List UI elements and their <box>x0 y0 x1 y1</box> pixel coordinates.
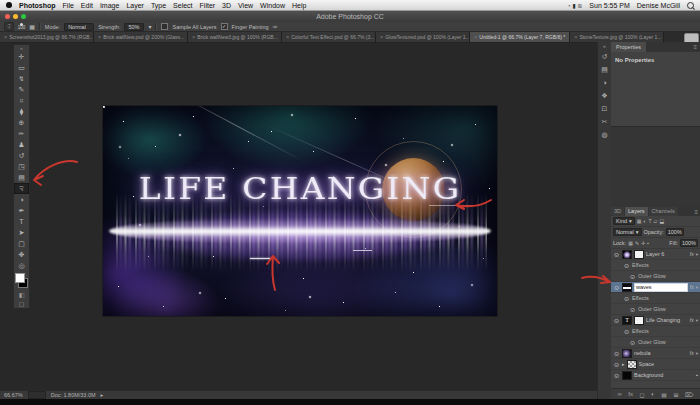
history-panel-icon[interactable]: ↺ <box>599 50 611 63</box>
minimize-window-button[interactable] <box>13 14 18 19</box>
visibility-eye-icon[interactable]: ⊙ <box>623 262 630 269</box>
add-mask-icon[interactable]: ◻ <box>640 391 645 398</box>
group-expand-icon[interactable]: ▸ <box>622 361 625 367</box>
fx-badge[interactable]: fx <box>690 317 694 323</box>
clone-source-panel-icon[interactable]: ⊡ <box>599 102 611 115</box>
outer-glow-row[interactable]: ⊙ Outer Glow <box>611 337 700 348</box>
layer-mask-thumbnail[interactable] <box>634 316 644 325</box>
pressure-toggle-icon[interactable]: ✑ <box>273 23 278 30</box>
tab-brick-wallnew3[interactable]: × Brick wallNew3.jpg @ 100% (RGB... <box>188 32 282 42</box>
move-tool[interactable]: ✛ <box>14 51 29 62</box>
visibility-eye-icon[interactable]: ⊙ <box>613 361 620 368</box>
fill-field[interactable]: 100% <box>680 239 698 247</box>
tab-close-icon[interactable]: × <box>286 34 289 40</box>
sample-all-layers-checkbox[interactable] <box>161 23 168 30</box>
menu-select[interactable]: Select <box>173 2 192 9</box>
lock-transparency-icon[interactable]: ▦ <box>628 240 633 246</box>
zoom-percentage-field[interactable]: 66.67% <box>4 392 23 398</box>
group-folder-icon[interactable] <box>627 360 637 369</box>
smudge-tool-selected[interactable]: ☟ <box>14 183 29 194</box>
tab-brick-wallnew[interactable]: × Brick wallNew.psd @ 200% (Glass... <box>94 32 188 42</box>
shape-tool[interactable]: ▢ <box>14 238 29 249</box>
menu-filter[interactable]: Filter <box>200 2 216 9</box>
opacity-field[interactable]: 100% <box>666 228 684 236</box>
quick-mask-button[interactable]: ◧ <box>14 290 29 299</box>
kind-filter-dropdown[interactable]: Kind ▾ <box>613 217 635 225</box>
hand-tool[interactable]: ✥ <box>14 249 29 260</box>
layer-name-edit-field[interactable]: waves <box>634 283 688 292</box>
foreground-color-swatch[interactable] <box>15 273 25 283</box>
dock-collapse-icon[interactable]: » <box>603 42 606 50</box>
styles-panel-icon[interactable]: ❖ <box>599 89 611 102</box>
layer-mask-thumbnail[interactable] <box>634 250 644 259</box>
brush-tool[interactable]: ✏ <box>14 128 29 139</box>
menu-file[interactable]: File <box>63 2 74 9</box>
layer-name[interactable]: Life Changing <box>646 317 688 323</box>
adjustment-layer-icon[interactable]: ◐ <box>651 391 655 397</box>
layer-row-waves-selected[interactable]: ⊙ waves fx ▾ <box>611 282 700 293</box>
filter-type-layers-icon[interactable]: T <box>649 218 652 224</box>
fx-collapse-icon[interactable]: ▾ <box>696 285 698 290</box>
delete-layer-icon[interactable]: ⌦ <box>685 391 693 398</box>
visibility-eye-icon[interactable]: ⊙ <box>613 317 620 324</box>
color-swatches[interactable] <box>14 273 29 288</box>
healing-brush-tool[interactable]: ⊕ <box>14 117 29 128</box>
status-field[interactable] <box>28 391 46 399</box>
visibility-eye-icon[interactable]: ⊙ <box>613 251 620 258</box>
visibility-eye-icon[interactable]: ⊙ <box>629 339 636 346</box>
tab-screenshot2013[interactable]: × Screenshot2013.jpg @ 66.7% (RGB... <box>0 32 94 42</box>
layer-row-life-changing[interactable]: ⊙ T Life Changing fx ▾ <box>611 315 700 326</box>
lock-all-icon[interactable]: ▪ <box>647 240 649 246</box>
brush-settings-panel-icon[interactable]: ◍ <box>599 128 611 141</box>
filter-pixel-layers-icon[interactable]: ▦ <box>637 218 642 224</box>
menu-view[interactable]: View <box>238 2 253 9</box>
new-group-icon[interactable]: ▤ <box>661 391 667 398</box>
menu-type[interactable]: Type <box>151 2 166 9</box>
tab-glowtextured[interactable]: × GlowTextured.psd @ 100% (Layer 1... <box>376 32 470 42</box>
layer-row-nebula[interactable]: ⊙ nebula fx ▾ <box>611 348 700 359</box>
marquee-tool[interactable]: ▭ <box>14 62 29 73</box>
visibility-eye-icon[interactable]: ⊙ <box>623 328 630 335</box>
layer-thumbnail[interactable] <box>622 371 632 380</box>
menubar-status-icons[interactable]: ◔ ▮ ≋ <box>567 2 582 9</box>
visibility-eye-icon[interactable]: ⊙ <box>629 306 636 313</box>
strength-field[interactable]: 50% <box>124 23 144 31</box>
visibility-eye-icon[interactable]: ⊙ <box>613 350 620 357</box>
layer-name[interactable]: Layer 6 <box>646 251 688 257</box>
menu-3d[interactable]: 3D <box>222 2 231 9</box>
panel-menu-icon[interactable]: ≡ <box>694 209 700 215</box>
tab-close-icon[interactable]: × <box>380 34 383 40</box>
dodge-tool[interactable]: ◑ <box>14 194 29 205</box>
layer-name[interactable]: Background <box>634 372 694 378</box>
fx-collapse-icon[interactable]: ▾ <box>696 351 698 356</box>
visibility-eye-icon[interactable]: ⊙ <box>629 273 636 280</box>
tab-close-icon[interactable]: × <box>4 34 7 40</box>
blend-mode-dropdown[interactable]: Normal ▾ <box>613 228 642 236</box>
clone-stamp-tool[interactable]: ♟ <box>14 139 29 150</box>
lock-pixels-icon[interactable]: ✎ <box>635 240 639 246</box>
tab-channels[interactable]: Channels <box>649 207 678 216</box>
quick-selection-tool[interactable]: ✎ <box>14 84 29 95</box>
fx-badge[interactable]: fx <box>690 251 694 257</box>
menubar-clock[interactable]: Sun 5:55 PM <box>589 2 629 9</box>
menu-image[interactable]: Image <box>100 2 119 9</box>
fx-collapse-icon[interactable]: ▾ <box>696 252 698 257</box>
document-canvas[interactable]: LIFE CHANGING <box>103 106 497 316</box>
filter-smart-objects-icon[interactable]: ⬓ <box>659 218 664 224</box>
spotlight-icon[interactable] <box>687 2 694 9</box>
fx-badge[interactable]: fx <box>690 284 694 290</box>
type-tool[interactable]: T <box>14 216 29 227</box>
visibility-eye-icon[interactable]: ⊙ <box>613 284 620 291</box>
layer-row-layer6[interactable]: ⊙ Layer 6 fx ▾ <box>611 249 700 260</box>
tab-close-icon[interactable]: × <box>98 34 101 40</box>
new-layer-icon[interactable]: ⊞ <box>673 391 678 398</box>
pen-tool[interactable]: ✒ <box>14 205 29 216</box>
menu-help[interactable]: Help <box>292 2 306 9</box>
smudge-tool-preset-icon[interactable]: ☟ <box>4 22 14 31</box>
effects-row[interactable]: ⊙ Effects <box>611 326 700 337</box>
layer-thumbnail[interactable] <box>622 283 632 292</box>
layer-name[interactable]: Space <box>639 361 698 367</box>
layer-thumbnail[interactable] <box>622 349 632 358</box>
zoom-window-button[interactable] <box>21 14 26 19</box>
history-brush-tool[interactable]: ↺ <box>14 150 29 161</box>
